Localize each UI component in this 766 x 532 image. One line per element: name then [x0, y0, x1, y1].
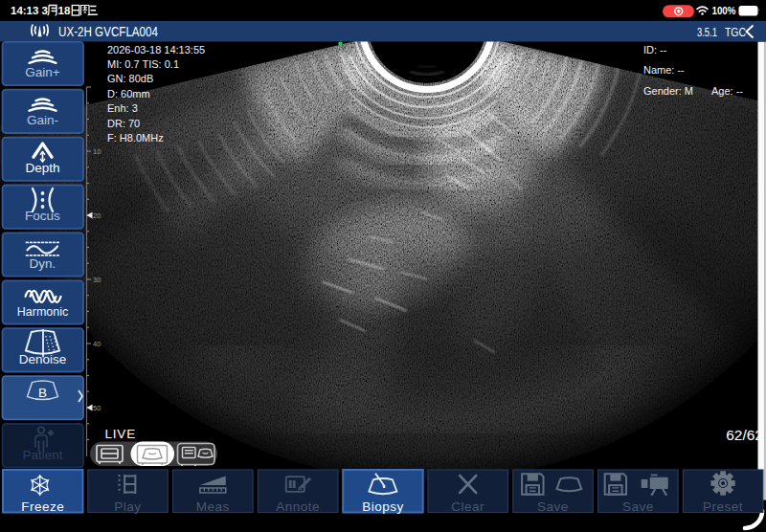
svg-text:62/62: 62/62	[726, 427, 763, 443]
svg-text:10: 10	[93, 147, 101, 156]
svg-text:Depth: Depth	[25, 161, 59, 175]
svg-text:30: 30	[93, 276, 101, 284]
svg-text:LIVE: LIVE	[105, 427, 136, 441]
svg-text:40: 40	[93, 340, 101, 348]
svg-text:Meas: Meas	[196, 499, 230, 514]
svg-text:Clear: Clear	[451, 499, 484, 514]
svg-text:F: H8.0MHz: F: H8.0MHz	[107, 132, 164, 144]
svg-text:MI: 0.7 TIS: 0.1: MI: 0.7 TIS: 0.1	[107, 58, 179, 70]
svg-text:18: 18	[58, 5, 71, 16]
svg-text:Freeze: Freeze	[21, 499, 64, 514]
svg-text:UX-2H GVCFLA004: UX-2H GVCFLA004	[58, 24, 158, 39]
svg-text:2026-03-18 14:13:55: 2026-03-18 14:13:55	[107, 44, 205, 55]
svg-text:Patient: Patient	[22, 448, 62, 462]
svg-text:3: 3	[42, 5, 48, 16]
svg-text:GN: 80dB: GN: 80dB	[107, 73, 153, 84]
svg-text:100%: 100%	[712, 5, 736, 16]
svg-text:Biopsy: Biopsy	[362, 499, 404, 514]
svg-text:Save: Save	[622, 499, 654, 514]
svg-text:Name: --: Name: --	[643, 64, 685, 76]
svg-text:Age: --: Age: --	[711, 85, 743, 97]
svg-text:20: 20	[93, 211, 101, 220]
svg-text:Harmonic: Harmonic	[17, 305, 69, 319]
svg-text:ID: --: ID: --	[643, 44, 667, 55]
svg-text:Dyn.: Dyn.	[30, 256, 56, 271]
svg-text:Annote: Annote	[276, 499, 320, 514]
svg-text:Gender: M: Gender: M	[643, 85, 693, 97]
svg-text:Focus: Focus	[25, 209, 60, 223]
svg-text:14:13: 14:13	[11, 5, 38, 16]
svg-text:Enh: 3: Enh: 3	[107, 102, 138, 114]
svg-text:D: 60mm: D: 60mm	[107, 88, 150, 100]
svg-text:Play: Play	[114, 499, 141, 514]
svg-text:DR: 70: DR: 70	[107, 118, 140, 129]
svg-text:Gain-: Gain-	[27, 113, 58, 127]
svg-text:B: B	[38, 386, 47, 400]
svg-text:50: 50	[93, 404, 101, 412]
svg-text:Preset: Preset	[703, 499, 743, 514]
svg-text:Save: Save	[537, 499, 569, 514]
svg-text:Gain+: Gain+	[25, 65, 60, 79]
svg-text:TGC: TGC	[725, 26, 746, 39]
svg-text:3.5.1: 3.5.1	[697, 26, 717, 39]
